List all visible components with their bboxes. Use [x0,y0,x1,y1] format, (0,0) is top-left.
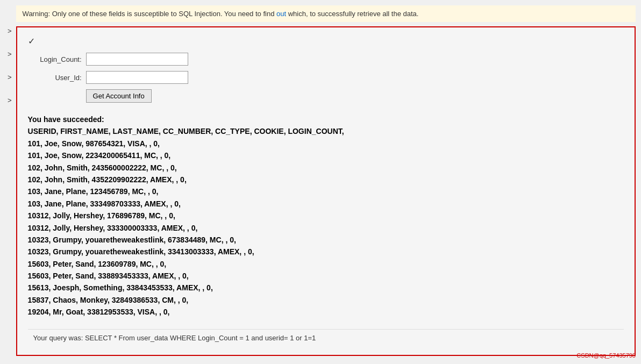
table-row: 102, John, Smith, 4352209902222, AMEX, ,… [28,174,624,185]
login-count-label: Login_Count: [28,55,82,63]
nav-arrow-4[interactable]: > [8,96,12,104]
warning-text: Warning: Only one of these fields is sus… [23,10,419,18]
table-row: 103, Jane, Plane, 333498703333, AMEX, , … [28,198,624,210]
login-count-input[interactable] [86,53,188,66]
table-row: 101, Joe, Snow, 2234200065411, MC, , 0, [28,149,624,161]
left-nav: > > > > [5,5,12,356]
columns-header: USERID, FIRST_NAME, LAST_NAME, CC_NUMBER… [28,125,624,137]
warning-link[interactable]: out [276,10,286,18]
nav-arrow-1[interactable]: > [8,27,12,35]
login-count-row: Login_Count: [28,53,624,66]
result-rows: 101, Joe, Snow, 987654321, VISA, , 0,101… [28,138,624,318]
table-row: 10312, Jolly, Hershey, 176896789, MC, , … [28,210,624,222]
user-id-label: User_Id: [28,74,82,82]
success-text: You have succeeded: [28,113,624,125]
nav-arrow-3[interactable]: > [8,73,12,81]
table-row: 10323, Grumpy, youaretheweakestlink, 334… [28,246,624,258]
table-row: 19204, Mr, Goat, 33812953533, VISA, , 0, [28,306,624,318]
table-row: 15603, Peter, Sand, 123609789, MC, , 0, [28,258,624,270]
main-panel: ✓ Login_Count: User_Id: Get Account Info… [16,26,636,356]
nav-arrow-2[interactable]: > [8,50,12,58]
table-row: 103, Jane, Plane, 123456789, MC, , 0, [28,185,624,197]
checkmark-icon: ✓ [28,36,624,46]
table-row: 15603, Peter, Sand, 338893453333, AMEX, … [28,270,624,282]
query-footer: Your query was: SELECT * From user_data … [28,329,624,346]
user-id-input[interactable] [86,71,188,84]
warning-bar: Warning: Only one of these fields is sus… [16,5,636,22]
user-id-row: User_Id: [28,71,624,84]
table-row: 10323, Grumpy, youaretheweakestlink, 673… [28,234,624,246]
table-row: 15613, Joesph, Something, 33843453533, A… [28,282,624,294]
table-row: 15837, Chaos, Monkey, 32849386533, CM, ,… [28,294,624,306]
result-area: You have succeeded: USERID, FIRST_NAME, … [28,111,624,320]
get-account-info-button[interactable]: Get Account Info [86,89,152,103]
table-row: 102, John, Smith, 2435600002222, MC, , 0… [28,162,624,174]
table-row: 10312, Jolly, Hershey, 333300003333, AME… [28,222,624,234]
table-row: 101, Joe, Snow, 987654321, VISA, , 0, [28,138,624,149]
watermark: CSDN@qq_57435798 [576,352,636,359]
